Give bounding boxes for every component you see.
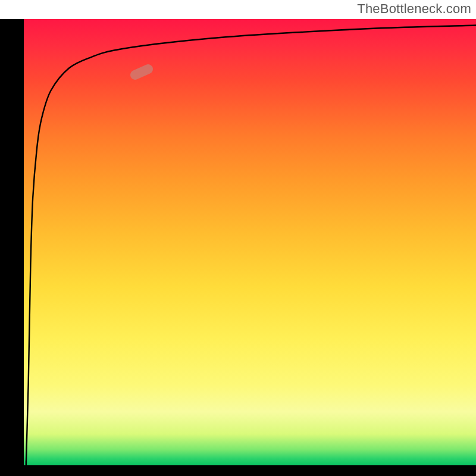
plot-area xyxy=(24,19,476,465)
chart-canvas: TheBottleneck.com xyxy=(0,0,476,476)
axis-x-border xyxy=(0,465,476,476)
axis-y-border xyxy=(0,19,24,465)
watermark-text: TheBottleneck.com xyxy=(357,1,471,17)
